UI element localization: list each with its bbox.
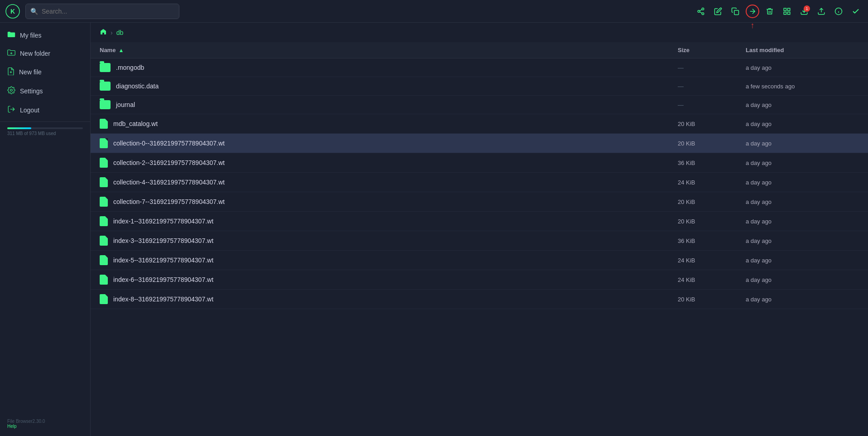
table-row[interactable]: collection-2--3169219975778904307.wt 36 …: [91, 153, 868, 173]
file-icon: [100, 216, 108, 226]
table-row[interactable]: index-6--3169219975778904307.wt 24 KiB a…: [91, 270, 868, 290]
file-modified: a few seconds ago: [746, 83, 859, 90]
file-icon: [100, 138, 108, 148]
col-name[interactable]: Name ▲: [100, 47, 678, 53]
table-row[interactable]: collection-7--3169219975778904307.wt 20 …: [91, 192, 868, 212]
file-name: collection-2--3169219975778904307.wt: [113, 159, 225, 166]
search-bar[interactable]: 🔍: [25, 4, 179, 19]
sidebar-item-label: Settings: [20, 87, 43, 95]
file-name-cell: index-8--3169219975778904307.wt: [100, 294, 678, 304]
file-modified: a day ago: [746, 102, 859, 108]
table-row[interactable]: index-1--3169219975778904307.wt 20 KiB a…: [91, 212, 868, 231]
file-icon: [100, 255, 108, 265]
file-name-cell: index-6--3169219975778904307.wt: [100, 275, 678, 285]
table-row[interactable]: journal — a day ago: [91, 96, 868, 114]
file-modified: a day ago: [746, 64, 859, 71]
folder-icon: [100, 100, 111, 109]
table-row[interactable]: index-3--3169219975778904307.wt 36 KiB a…: [91, 231, 868, 251]
delete-icon[interactable]: [763, 5, 776, 18]
home-icon[interactable]: [100, 28, 107, 37]
table-row[interactable]: diagnostic.data — a few seconds ago: [91, 77, 868, 96]
svg-point-22: [10, 89, 13, 92]
file-name-cell: index-3--3169219975778904307.wt: [100, 236, 678, 246]
info-icon[interactable]: [832, 5, 845, 18]
upload-icon[interactable]: [815, 5, 828, 18]
sidebar-item-new-folder[interactable]: New folder: [0, 44, 90, 63]
sidebar: My files New folder New file: [0, 23, 91, 436]
help-link[interactable]: Help: [7, 424, 17, 429]
svg-point-4: [702, 13, 704, 15]
copy-icon[interactable]: [728, 5, 742, 18]
file-size: 20 KiB: [678, 199, 746, 205]
col-size[interactable]: Size: [678, 47, 746, 53]
file-icon: [100, 119, 108, 129]
download-badge: 1: [804, 5, 810, 12]
folder-icon: [100, 82, 111, 91]
sidebar-footer: File Browser2.30.0 Help: [0, 415, 90, 432]
svg-text:K: K: [10, 8, 15, 15]
edit-icon[interactable]: [711, 5, 725, 18]
file-size: 24 KiB: [678, 179, 746, 186]
file-name: index-1--3169219975778904307.wt: [113, 218, 213, 225]
share-icon[interactable]: [694, 5, 708, 18]
breadcrumb-current: db: [116, 29, 124, 36]
search-input[interactable]: [42, 8, 174, 15]
sidebar-item-settings[interactable]: Settings: [0, 82, 90, 101]
app-logo[interactable]: K: [5, 4, 20, 19]
sidebar-item-logout[interactable]: Logout: [0, 101, 90, 120]
sidebar-item-my-files[interactable]: My files: [0, 26, 90, 44]
file-icon: [100, 275, 108, 285]
table-row[interactable]: index-5--3169219975778904307.wt 24 KiB a…: [91, 251, 868, 270]
file-rows: .mongodb — a day ago diagnostic.data — a…: [91, 58, 868, 309]
table-row[interactable]: index-8--3169219975778904307.wt 20 KiB a…: [91, 290, 868, 309]
grid-icon[interactable]: [780, 5, 794, 18]
file-name: index-8--3169219975778904307.wt: [113, 296, 213, 303]
file-icon: [100, 236, 108, 246]
file-size: 36 KiB: [678, 160, 746, 166]
folder-icon: [7, 31, 15, 40]
content-area: › db Name ▲ Size Last modified .mongodb …: [91, 23, 868, 436]
sidebar-item-new-file[interactable]: New file: [0, 63, 90, 82]
file-modified: a day ago: [746, 199, 859, 205]
file-name-cell: collection-7--3169219975778904307.wt: [100, 197, 678, 207]
storage-bar-fill: [7, 127, 31, 129]
table-row[interactable]: collection-4--3169219975778904307.wt 24 …: [91, 173, 868, 192]
svg-rect-9: [784, 8, 786, 10]
move-icon[interactable]: ↑: [746, 5, 759, 18]
file-name: collection-4--3169219975778904307.wt: [113, 179, 225, 186]
table-row[interactable]: collection-0--3169219975778904307.wt 20 …: [91, 134, 868, 153]
file-name: mdb_catalog.wt: [113, 120, 158, 127]
file-modified: a day ago: [746, 276, 859, 283]
table-row[interactable]: .mongodb — a day ago: [91, 58, 868, 77]
svg-point-3: [698, 10, 700, 12]
search-icon: 🔍: [30, 8, 38, 15]
table-row[interactable]: mdb_catalog.wt 20 KiB a day ago: [91, 114, 868, 134]
table-header: Name ▲ Size Last modified: [91, 42, 868, 58]
svg-rect-10: [788, 8, 790, 10]
file-table: Name ▲ Size Last modified .mongodb — a d…: [91, 42, 868, 436]
file-name: index-3--3169219975778904307.wt: [113, 237, 213, 244]
file-name-cell: diagnostic.data: [100, 82, 678, 91]
settings-icon: [7, 86, 15, 96]
download-icon[interactable]: 1: [797, 5, 811, 18]
file-name-cell: collection-0--3169219975778904307.wt: [100, 138, 678, 148]
col-last-modified[interactable]: Last modified: [746, 47, 859, 53]
new-file-icon: [7, 67, 14, 77]
file-name-cell: index-5--3169219975778904307.wt: [100, 255, 678, 265]
file-modified: a day ago: [746, 121, 859, 127]
folder-icon: [100, 63, 111, 72]
sidebar-divider: [0, 121, 90, 122]
file-size: —: [678, 64, 746, 71]
file-name-cell: index-1--3169219975778904307.wt: [100, 216, 678, 226]
file-name: index-5--3169219975778904307.wt: [113, 257, 213, 264]
file-name: collection-0--3169219975778904307.wt: [113, 140, 225, 147]
file-name-cell: journal: [100, 100, 678, 109]
logout-icon: [7, 105, 15, 115]
check-icon[interactable]: [849, 5, 863, 18]
svg-rect-12: [788, 12, 790, 14]
file-size: 20 KiB: [678, 121, 746, 127]
file-name: collection-7--3169219975778904307.wt: [113, 198, 225, 205]
breadcrumb-separator: ›: [111, 29, 113, 36]
file-icon: [100, 158, 108, 168]
arrow-indicator: ↑: [751, 21, 755, 30]
